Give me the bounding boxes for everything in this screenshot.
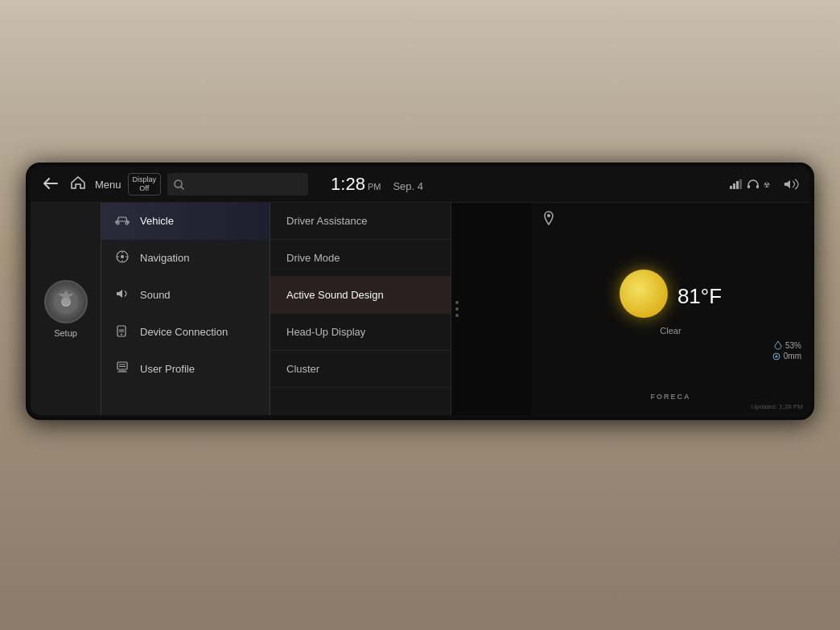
weather-precipitation: 0mm [540, 352, 801, 360]
svg-rect-6 [756, 185, 759, 188]
setup-label: Setup [54, 328, 77, 338]
top-bar: Menu Display Off 1:28 PM Sep. 4 [31, 167, 809, 203]
weather-humidity: 53% [540, 340, 801, 350]
submenu-head-up-display[interactable]: Head-Up Display [270, 314, 451, 351]
screen-bezel: Menu Display Off 1:28 PM Sep. 4 [26, 163, 814, 420]
driver-assistance-label: Driver Assistance [286, 215, 367, 227]
rain-icon [772, 352, 780, 360]
menu-label[interactable]: Menu [95, 179, 121, 191]
submenu-cluster[interactable]: Cluster [270, 351, 451, 388]
setup-sidebar: Setup [31, 203, 101, 415]
main-content: Setup Vehicle [31, 203, 809, 415]
scroll-dot-1 [455, 301, 459, 304]
headphone-icon [747, 179, 760, 189]
setup-gear-icon [44, 280, 88, 323]
svg-point-21 [547, 214, 550, 217]
menu-vehicle-label: Vehicle [140, 215, 174, 227]
search-box[interactable] [167, 173, 308, 196]
menu-item-user-profile[interactable]: User Profile [101, 351, 270, 388]
active-sound-design-label: Active Sound Design [286, 289, 384, 301]
cluster-label: Cluster [286, 363, 319, 375]
menu-user-profile-label: User Profile [140, 363, 195, 375]
device-connection-icon [114, 324, 130, 340]
submenu-driver-assistance[interactable]: Driver Assistance [270, 203, 451, 240]
volume-icon [784, 179, 800, 190]
location-pin-icon [543, 211, 554, 229]
svg-point-10 [62, 298, 70, 306]
screen: Menu Display Off 1:28 PM Sep. 4 [31, 167, 809, 415]
top-bar-left: Menu Display Off [40, 173, 161, 196]
clock-time: 1:28 [331, 174, 365, 195]
menu-navigation-label: Navigation [140, 252, 189, 264]
svg-rect-4 [739, 179, 742, 189]
search-icon [174, 179, 184, 190]
left-menu: Vehicle Navigation [101, 203, 270, 415]
car-surround: Menu Display Off 1:28 PM Sep. 4 [0, 0, 840, 630]
menu-item-device-connection[interactable]: Device Connection [101, 314, 270, 351]
menu-item-navigation[interactable]: Navigation [101, 240, 270, 277]
humidity-icon [774, 340, 782, 350]
svg-point-14 [121, 333, 122, 335]
svg-rect-3 [736, 181, 739, 189]
submenu-active-sound-design[interactable]: Active Sound Design [270, 277, 451, 314]
svg-text:☢: ☢ [764, 181, 770, 189]
scroll-indicator [451, 203, 463, 415]
right-submenu: Driver Assistance Drive Mode Active Soun… [270, 203, 451, 415]
svg-rect-17 [117, 362, 127, 369]
svg-rect-2 [733, 183, 735, 189]
submenu-drive-mode[interactable]: Drive Mode [270, 240, 451, 277]
submenu-section: Driver Assistance Drive Mode Active Soun… [270, 203, 532, 415]
user-profile-icon [114, 361, 130, 377]
status-icons: ☢ [730, 179, 800, 190]
sound-menu-icon [114, 288, 130, 303]
svg-point-12 [121, 255, 124, 258]
connectivity-icon: ☢ [764, 179, 780, 189]
back-button[interactable] [40, 173, 61, 196]
time-section: 1:28 PM Sep. 4 [331, 174, 423, 195]
svg-rect-1 [730, 186, 732, 189]
drive-mode-label: Drive Mode [286, 252, 340, 264]
head-up-display-label: Head-Up Display [286, 326, 365, 338]
svg-rect-5 [747, 185, 750, 188]
weather-sun-icon [620, 270, 668, 318]
menu-item-sound[interactable]: Sound [101, 277, 270, 314]
weather-provider: FORECA [651, 393, 691, 401]
navigation-icon [114, 250, 130, 266]
weather-panel: 81°F Clear 53% [532, 203, 809, 415]
vehicle-icon [114, 214, 130, 229]
home-button[interactable] [68, 173, 89, 196]
weather-temperature: 81°F [677, 284, 722, 309]
menu-sound-label: Sound [140, 289, 171, 301]
menu-item-vehicle[interactable]: Vehicle [101, 203, 270, 240]
clock-ampm: PM [368, 182, 381, 191]
scroll-dot-2 [455, 307, 459, 311]
weather-updated: Updated: 1:28 PM [751, 403, 803, 410]
date-display: Sep. 4 [393, 180, 423, 192]
weather-description: Clear [660, 326, 681, 336]
signal-icon [730, 179, 743, 189]
display-off-button[interactable]: Display Off [128, 173, 162, 196]
scroll-dot-3 [455, 314, 459, 317]
menu-device-label: Device Connection [140, 326, 228, 338]
